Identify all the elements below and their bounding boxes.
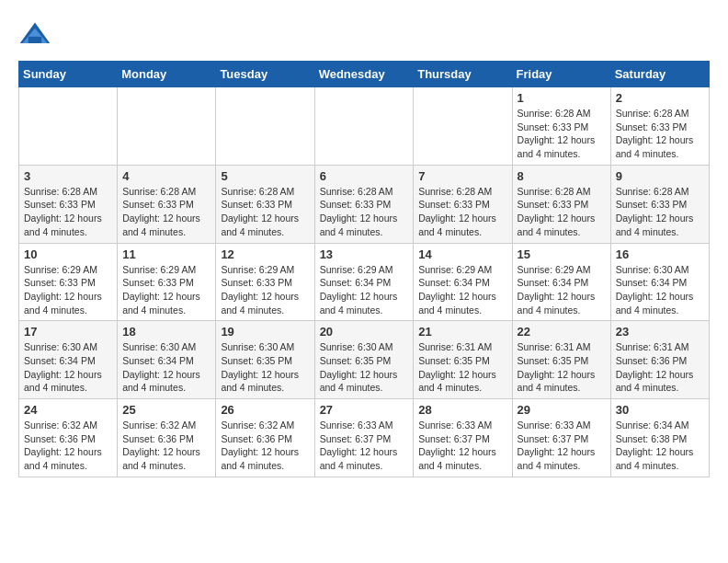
daylight-text: Daylight: 12 hours and 4 minutes. xyxy=(122,213,200,237)
sunset-text: Sunset: 6:33 PM xyxy=(221,199,292,210)
day-number: 30 xyxy=(616,403,704,417)
day-number: 25 xyxy=(122,403,210,417)
sunrise-text: Sunrise: 6:31 AM xyxy=(518,341,591,352)
sunrise-text: Sunrise: 6:32 AM xyxy=(221,419,294,431)
daylight-text: Daylight: 12 hours and 4 minutes. xyxy=(24,369,102,394)
sunrise-text: Sunrise: 6:32 AM xyxy=(122,419,196,431)
calendar-week-row: 1Sunrise: 6:28 AMSunset: 6:33 PMDaylight… xyxy=(19,87,710,166)
sunrise-text: Sunrise: 6:29 AM xyxy=(122,264,196,275)
sunrise-text: Sunrise: 6:28 AM xyxy=(122,186,196,197)
day-number: 3 xyxy=(24,169,112,183)
sunrise-text: Sunrise: 6:29 AM xyxy=(418,264,492,275)
sunset-text: Sunset: 6:33 PM xyxy=(518,199,589,210)
day-number: 7 xyxy=(418,169,506,183)
calendar-cell: 14Sunrise: 6:29 AMSunset: 6:34 PMDayligh… xyxy=(414,243,512,321)
day-info: Sunrise: 6:28 AMSunset: 6:33 PMDaylight:… xyxy=(418,185,506,239)
calendar-week-row: 10Sunrise: 6:29 AMSunset: 6:33 PMDayligh… xyxy=(19,243,710,321)
sunrise-text: Sunrise: 6:28 AM xyxy=(616,108,689,119)
calendar-cell: 25Sunrise: 6:32 AMSunset: 6:36 PMDayligh… xyxy=(118,399,216,477)
calendar-cell: 28Sunrise: 6:33 AMSunset: 6:37 PMDayligh… xyxy=(414,399,512,477)
calendar-cell: 26Sunrise: 6:32 AMSunset: 6:36 PMDayligh… xyxy=(216,399,314,477)
day-of-week-header: Sunday xyxy=(19,62,118,87)
day-number: 19 xyxy=(221,325,309,339)
calendar-cell xyxy=(414,87,512,166)
calendar-cell: 4Sunrise: 6:28 AMSunset: 6:33 PMDaylight… xyxy=(118,165,216,243)
daylight-text: Daylight: 12 hours and 4 minutes. xyxy=(616,446,694,471)
day-of-week-header: Tuesday xyxy=(216,62,314,87)
calendar-cell: 19Sunrise: 6:30 AMSunset: 6:35 PMDayligh… xyxy=(216,321,314,399)
sunrise-text: Sunrise: 6:31 AM xyxy=(418,341,492,352)
sunrise-text: Sunrise: 6:28 AM xyxy=(320,186,393,197)
day-number: 10 xyxy=(24,247,112,261)
daylight-text: Daylight: 12 hours and 4 minutes. xyxy=(24,291,102,316)
day-number: 13 xyxy=(320,247,409,261)
sunrise-text: Sunrise: 6:32 AM xyxy=(24,419,97,431)
day-info: Sunrise: 6:29 AMSunset: 6:34 PMDaylight:… xyxy=(320,263,409,317)
day-number: 28 xyxy=(418,403,506,417)
daylight-text: Daylight: 12 hours and 4 minutes. xyxy=(320,291,398,316)
day-info: Sunrise: 6:31 AMSunset: 6:35 PMDaylight:… xyxy=(418,340,506,395)
day-info: Sunrise: 6:29 AMSunset: 6:33 PMDaylight:… xyxy=(221,263,309,317)
sunset-text: Sunset: 6:33 PM xyxy=(418,199,490,210)
calendar-cell: 29Sunrise: 6:33 AMSunset: 6:37 PMDayligh… xyxy=(512,399,610,477)
sunset-text: Sunset: 6:38 PM xyxy=(616,433,688,444)
daylight-text: Daylight: 12 hours and 4 minutes. xyxy=(418,446,496,471)
calendar-cell xyxy=(118,87,216,166)
calendar-cell: 24Sunrise: 6:32 AMSunset: 6:36 PMDayligh… xyxy=(19,399,118,477)
sunrise-text: Sunrise: 6:31 AM xyxy=(616,341,689,352)
day-info: Sunrise: 6:32 AMSunset: 6:36 PMDaylight:… xyxy=(24,419,112,473)
logo-icon xyxy=(18,18,51,52)
day-info: Sunrise: 6:30 AMSunset: 6:34 PMDaylight:… xyxy=(122,340,210,395)
calendar-cell: 12Sunrise: 6:29 AMSunset: 6:33 PMDayligh… xyxy=(216,243,314,321)
day-info: Sunrise: 6:28 AMSunset: 6:33 PMDaylight:… xyxy=(122,185,210,239)
calendar-cell: 30Sunrise: 6:34 AMSunset: 6:38 PMDayligh… xyxy=(610,399,709,477)
day-info: Sunrise: 6:31 AMSunset: 6:36 PMDaylight:… xyxy=(616,340,704,395)
day-info: Sunrise: 6:32 AMSunset: 6:36 PMDaylight:… xyxy=(122,419,210,473)
day-info: Sunrise: 6:30 AMSunset: 6:34 PMDaylight:… xyxy=(24,340,112,395)
daylight-text: Daylight: 12 hours and 4 minutes. xyxy=(320,369,398,394)
day-of-week-header: Saturday xyxy=(610,62,709,87)
daylight-text: Daylight: 12 hours and 4 minutes. xyxy=(418,291,496,316)
day-number: 14 xyxy=(418,247,506,261)
daylight-text: Daylight: 12 hours and 4 minutes. xyxy=(24,446,102,471)
calendar-cell: 2Sunrise: 6:28 AMSunset: 6:33 PMDaylight… xyxy=(610,87,709,166)
daylight-text: Daylight: 12 hours and 4 minutes. xyxy=(418,213,496,237)
sunset-text: Sunset: 6:34 PM xyxy=(24,355,96,366)
day-info: Sunrise: 6:33 AMSunset: 6:37 PMDaylight:… xyxy=(418,419,506,473)
sunset-text: Sunset: 6:37 PM xyxy=(518,433,589,444)
daylight-text: Daylight: 12 hours and 4 minutes. xyxy=(518,134,596,159)
sunset-text: Sunset: 6:34 PM xyxy=(320,277,392,288)
sunset-text: Sunset: 6:35 PM xyxy=(518,355,589,366)
sunset-text: Sunset: 6:33 PM xyxy=(518,121,589,132)
sunrise-text: Sunrise: 6:29 AM xyxy=(221,264,294,275)
calendar-cell xyxy=(314,87,414,166)
day-info: Sunrise: 6:30 AMSunset: 6:35 PMDaylight:… xyxy=(320,340,409,395)
day-number: 9 xyxy=(616,169,704,183)
day-info: Sunrise: 6:34 AMSunset: 6:38 PMDaylight:… xyxy=(616,419,704,473)
calendar-cell: 21Sunrise: 6:31 AMSunset: 6:35 PMDayligh… xyxy=(414,321,512,399)
day-number: 26 xyxy=(221,403,309,417)
daylight-text: Daylight: 12 hours and 4 minutes. xyxy=(24,213,102,237)
day-number: 6 xyxy=(320,169,409,183)
calendar-cell: 8Sunrise: 6:28 AMSunset: 6:33 PMDaylight… xyxy=(512,165,610,243)
day-number: 8 xyxy=(518,169,606,183)
day-number: 22 xyxy=(518,325,606,339)
sunset-text: Sunset: 6:37 PM xyxy=(320,433,392,444)
day-of-week-header: Thursday xyxy=(414,62,512,87)
sunset-text: Sunset: 6:34 PM xyxy=(122,355,194,366)
calendar-cell: 10Sunrise: 6:29 AMSunset: 6:33 PMDayligh… xyxy=(19,243,118,321)
daylight-text: Daylight: 12 hours and 4 minutes. xyxy=(122,446,200,471)
day-info: Sunrise: 6:28 AMSunset: 6:33 PMDaylight:… xyxy=(24,185,112,239)
calendar-cell: 3Sunrise: 6:28 AMSunset: 6:33 PMDaylight… xyxy=(19,165,118,243)
day-info: Sunrise: 6:28 AMSunset: 6:33 PMDaylight:… xyxy=(616,107,704,161)
day-number: 11 xyxy=(122,247,210,261)
sunrise-text: Sunrise: 6:30 AM xyxy=(616,264,689,275)
sunset-text: Sunset: 6:33 PM xyxy=(616,199,688,210)
sunrise-text: Sunrise: 6:34 AM xyxy=(616,419,689,431)
daylight-text: Daylight: 12 hours and 4 minutes. xyxy=(616,134,694,159)
sunrise-text: Sunrise: 6:28 AM xyxy=(616,186,689,197)
calendar-cell xyxy=(19,87,118,166)
day-info: Sunrise: 6:33 AMSunset: 6:37 PMDaylight:… xyxy=(518,419,606,473)
calendar-cell: 27Sunrise: 6:33 AMSunset: 6:37 PMDayligh… xyxy=(314,399,414,477)
day-info: Sunrise: 6:29 AMSunset: 6:33 PMDaylight:… xyxy=(24,263,112,317)
